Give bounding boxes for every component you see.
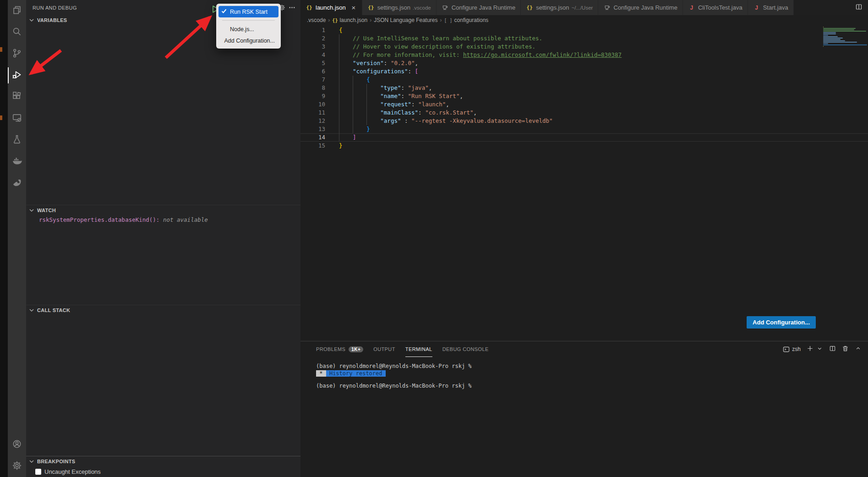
terminal-content[interactable]: (base) reynoldmorel@Reynolds-MacBook-Pro… — [300, 357, 868, 389]
new-terminal-icon[interactable] — [807, 345, 813, 354]
breakpoints-section-header[interactable]: BREAKPOINTS — [26, 456, 300, 466]
line-number: 5 — [300, 59, 332, 67]
activity-item-docker[interactable] — [8, 151, 26, 172]
tab-settings-json[interactable]: {}settings.json~/.../User — [521, 0, 598, 15]
menu-item-label: Run RSK Start — [230, 9, 267, 15]
code-text: // Hover to view descriptions of existin… — [339, 43, 535, 51]
maximize-panel-chevron-icon[interactable] — [855, 345, 862, 354]
minimap-line — [823, 29, 854, 30]
launch-profile-chevron-icon[interactable] — [816, 345, 823, 354]
tab-configure-java-runtime[interactable]: Configure Java Runtime — [598, 0, 682, 15]
code-line-5: 5 "version": "0.2.0", — [300, 59, 868, 67]
menu-item-run-rsk-start[interactable]: Run RSK Start — [218, 6, 278, 17]
breadcrumb-label: .vscode — [307, 17, 326, 23]
minimap-line — [823, 27, 824, 27]
breadcrumb-item[interactable]: {}launch.json — [332, 17, 367, 23]
vscode-window: RUN AND DEBUG VARIABLES WATCH rskSystemP… — [0, 0, 868, 477]
code-text: "name": "Run RSK Start", — [339, 92, 463, 100]
split-editor-icon[interactable] — [855, 3, 863, 12]
menu-item-add-configuration-[interactable]: Add Configuration... — [218, 35, 278, 46]
sidebar-more-actions-icon[interactable] — [287, 3, 297, 13]
code-line-6: 6 "configurations": [ — [300, 67, 868, 76]
menu-item-label: Add Configuration... — [224, 38, 275, 44]
activity-item-accounts[interactable] — [8, 434, 26, 455]
activity-item-source-control[interactable] — [8, 43, 26, 65]
call-stack-section: CALL STACK — [26, 305, 300, 456]
breadcrumb-label: configurations — [454, 17, 489, 23]
minimap-line — [823, 44, 867, 45]
breakpoint-label: Uncaught Exceptions — [44, 468, 101, 475]
minimap-line — [823, 46, 824, 47]
background-window-artifact — [0, 47, 2, 52]
line-number: 4 — [300, 51, 332, 59]
background-window-strip — [0, 0, 8, 477]
testing-icon — [12, 134, 22, 146]
source-control-icon — [12, 48, 22, 60]
code-line-1: 1{ — [300, 26, 868, 34]
code-text: ] — [339, 134, 356, 141]
code-line-10: 10 "request": "launch", — [300, 100, 868, 109]
minimap-line — [823, 40, 845, 41]
tab-configure-java-runtime[interactable]: Configure Java Runtime — [437, 0, 521, 15]
breadcrumb-item[interactable]: [ ]configurations — [444, 17, 489, 23]
chevron-down-icon — [28, 16, 35, 24]
code-line-14: 14 ] — [300, 133, 868, 142]
tab-launch-json[interactable]: {}launch.json× — [300, 0, 362, 15]
split-terminal-icon[interactable] — [829, 345, 836, 354]
breadcrumb: .vscode›{}launch.json›JSON Language Feat… — [300, 15, 868, 25]
menu-item-node-js-[interactable]: Node.js... — [218, 23, 278, 35]
code-line-11: 11 "mainClass": "co.rsk.Start", — [300, 109, 868, 117]
breadcrumb-item[interactable]: JSON Language Features — [374, 17, 437, 23]
minimap-line — [823, 38, 843, 38]
activity-item-explorer[interactable] — [8, 0, 26, 22]
tab-label: Configure Java Runtime — [613, 4, 677, 11]
breadcrumb-label: launch.json — [339, 17, 367, 23]
search-icon — [12, 27, 22, 38]
minimap-line — [823, 39, 841, 40]
add-configuration-button[interactable]: Add Configuration... — [747, 316, 816, 329]
code-line-8: 8 "type": "java", — [300, 84, 868, 92]
tab-label: launch.json — [316, 4, 346, 11]
call-stack-section-header[interactable]: CALL STACK — [26, 305, 300, 315]
minimap[interactable] — [823, 27, 867, 47]
activity-item-testing[interactable] — [8, 129, 26, 151]
history-marker: * — [316, 370, 326, 377]
activity-item-settings[interactable] — [8, 455, 26, 477]
chevron-down-icon — [28, 458, 35, 465]
minimap-line — [823, 32, 836, 33]
code-text: } — [339, 142, 343, 150]
panel-tab-debug-console[interactable]: DEBUG CONSOLE — [442, 341, 489, 357]
panel-tab-output[interactable]: OUTPUT — [373, 341, 395, 357]
gradle-icon — [12, 177, 22, 189]
code-line-13: 13 } — [300, 125, 868, 133]
uncaught-exceptions-checkbox[interactable] — [35, 469, 41, 475]
activity-item-run-and-debug[interactable] — [8, 65, 26, 86]
java-runtime-cup-icon — [603, 4, 611, 12]
activity-item-search[interactable] — [8, 22, 26, 43]
activity-item-gradle[interactable] — [8, 172, 26, 194]
docker-icon — [12, 156, 22, 168]
terminal-icon — [783, 346, 790, 353]
line-number: 3 — [300, 43, 332, 51]
breadcrumb-item[interactable]: .vscode — [307, 17, 326, 23]
tab-settings-json[interactable]: {}settings.json.vscode — [362, 0, 437, 15]
line-number: 2 — [300, 34, 332, 43]
close-tab-icon[interactable]: × — [350, 4, 357, 11]
tab-clitoolstest-java[interactable]: JCliToolsTest.java — [683, 0, 748, 15]
panel-tab-terminal[interactable]: TERMINAL — [405, 341, 432, 357]
panel-tab-label: PROBLEMS — [316, 346, 345, 352]
java-file-icon: J — [688, 5, 695, 11]
watch-expression-row[interactable]: rskSystemProperties.databaseKind(): not … — [26, 215, 300, 223]
editor-column: {}launch.json×{}settings.json.vscodeConf… — [300, 0, 868, 477]
code-editor[interactable]: 1{2 // Use IntelliSense to learn about p… — [300, 25, 868, 341]
panel-tab-problems[interactable]: PROBLEMS1K+ — [316, 341, 363, 357]
indent-guide — [366, 84, 367, 125]
watch-section-header[interactable]: WATCH — [26, 205, 300, 215]
tab-start-java[interactable]: JStart.java — [748, 0, 794, 15]
code-text: "version": "0.2.0", — [339, 59, 418, 67]
activity-item-remote-explorer[interactable] — [8, 108, 26, 129]
kill-terminal-trash-icon[interactable] — [842, 345, 849, 354]
minimap-line — [823, 33, 836, 34]
activity-item-extensions[interactable] — [8, 86, 26, 108]
shell-chip[interactable]: zsh — [783, 346, 801, 353]
